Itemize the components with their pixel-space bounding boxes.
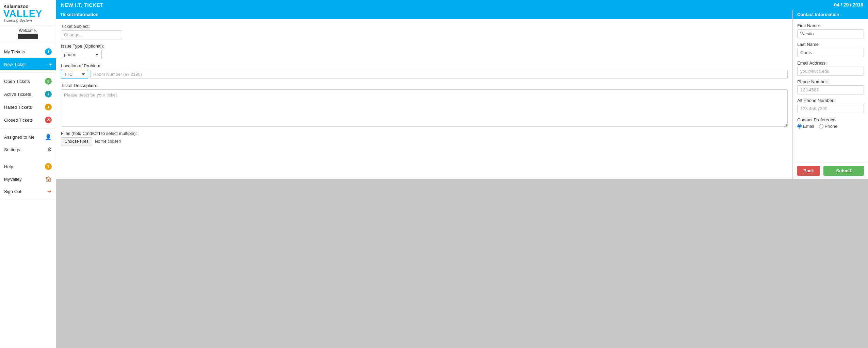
sidebar-item-myvalley[interactable]: MyValley 🏠 [0,173,56,185]
sidebar-item-halted-tickets[interactable]: Halted Tickets 1 [0,101,56,114]
ticket-section: Ticket Information Ticket Subject: Issue… [56,10,792,179]
back-button[interactable]: Back [797,166,820,176]
sidebar-item-sign-out[interactable]: Sign Out ➜ [0,185,56,197]
first-name-input[interactable] [797,29,864,38]
last-name-group: Last Name: [797,42,864,57]
alt-phone-input[interactable] [797,104,864,113]
pref-phone-radio[interactable] [819,124,823,128]
issue-type-row: phone hardware software network other [61,50,788,59]
last-name-label: Last Name: [797,42,864,47]
ticket-subject-group: Ticket Subject: [61,24,788,39]
sidebar-item-label: Closed Tickets [4,118,45,123]
logo-ticketing: Ticketing System [3,18,52,22]
welcome-label: Welcome, [3,28,52,33]
open-tickets-badge: 3 [45,78,52,85]
sidebar-item-label: Active Tickets [4,92,45,97]
welcome-bar [18,34,38,39]
halted-tickets-badge: 1 [45,104,52,110]
alt-phone-label: Alt Phone Number: [797,98,864,103]
content-area: Ticket Information Ticket Subject: Issue… [56,10,868,179]
assigned-icon: 👤 [45,134,52,140]
sidebar-item-label: Halted Tickets [4,105,45,110]
description-label: Ticket Description: [61,83,788,88]
sidebar-item-my-tickets[interactable]: My Tickets 1 [0,45,56,58]
ticket-subject-label: Ticket Subject: [61,24,788,29]
first-name-group: First Name: [797,23,864,38]
first-name-label: First Name: [797,23,864,28]
sidebar-item-label: Settings [4,147,47,152]
contact-preference-section: Contact Preference Email Phone [797,117,864,129]
sidebar-item-label: Open Tickets [4,79,45,84]
pref-phone-option[interactable]: Phone [819,124,838,129]
nav-section-3: Assigned to Me 👤 Settings ⚙ [0,129,56,158]
sidebar-item-label: MyValley [4,177,45,182]
last-name-input[interactable] [797,48,864,57]
contact-form-body: First Name: Last Name: Email Address: Ph… [793,19,868,133]
contact-pref-label: Contact Preference [797,117,864,122]
date-display: 04 / 29 / 2018 [829,0,868,10]
help-badge: ? [45,163,52,170]
sidebar-item-help[interactable]: Help ? [0,160,56,173]
welcome-area: Welcome, [0,25,56,43]
sidebar-item-closed-tickets[interactable]: Closed Tickets ✕ [0,114,56,126]
sidebar-item-assigned-to-me[interactable]: Assigned to Me 👤 [0,131,56,143]
pref-email-radio[interactable] [797,124,802,128]
issue-type-group: Issue Type (Optional): phone hardware so… [61,44,788,59]
file-row: Choose Files No file chosen [61,137,788,145]
pref-phone-label: Phone [825,124,838,129]
sign-out-icon: ➜ [47,188,52,194]
sidebar-item-active-tickets[interactable]: Active Tickets 7 [0,88,56,101]
phone-input[interactable] [797,85,864,94]
top-header: NEW I.T. TICKET 04 / 29 / 2018 [56,0,868,10]
choose-files-button[interactable]: Choose Files [61,137,92,145]
email-input[interactable] [797,67,864,76]
sidebar-item-new-ticket[interactable]: New Ticket + [0,58,56,70]
location-label: Location of Problem: [61,63,788,68]
myvalley-icon: 🏠 [45,176,52,182]
pref-email-option[interactable]: Email [797,124,814,129]
pref-email-label: Email [803,124,814,129]
main-content: NEW I.T. TICKET 04 / 29 / 2018 Ticket In… [56,0,868,348]
location-select[interactable]: TTC BTC KCC TEC OTHER [61,70,88,79]
files-group: Files (hold Cmd/Ctrl to select multiple)… [61,131,788,145]
nav-section-4: Help ? MyValley 🏠 Sign Out ➜ [0,158,56,200]
phone-label: Phone Number: [797,79,864,84]
submit-button[interactable]: Submit [823,166,864,176]
sidebar-item-label: Help [4,164,45,169]
nav-section-1: My Tickets 1 New Ticket + [0,43,56,73]
contact-section-header: Contact Information [793,10,868,19]
closed-tickets-badge: ✕ [45,117,52,123]
page-title: NEW I.T. TICKET [56,0,829,10]
contact-panel: Contact Information First Name: Last Nam… [793,10,868,179]
no-file-text: No file chosen [95,139,121,144]
nav-section-2: Open Tickets 3 Active Tickets 7 Halted T… [0,73,56,129]
ticket-subject-input[interactable] [61,30,122,39]
logo-area: Kalamazoo VALLEY Ticketing System [0,0,56,25]
description-textarea[interactable] [61,89,788,127]
contact-pref-radio-group: Email Phone [797,124,864,129]
room-number-input[interactable] [90,70,788,79]
issue-type-label: Issue Type (Optional): [61,44,788,49]
action-row: Back Submit [793,162,868,179]
sidebar-item-settings[interactable]: Settings ⚙ [0,143,56,156]
email-label: Email Address: [797,60,864,66]
alt-phone-group: Alt Phone Number: [797,98,864,113]
email-group: Email Address: [797,60,864,76]
new-ticket-icon: + [49,61,52,67]
issue-type-select[interactable]: phone hardware software network other [61,50,102,59]
logo-valley: VALLEY [3,9,52,18]
active-tickets-badge: 7 [45,91,52,98]
description-group: Ticket Description: [61,83,788,127]
sidebar-item-label: My Tickets [4,49,45,54]
phone-group: Phone Number: [797,79,864,94]
sidebar: Kalamazoo VALLEY Ticketing System Welcom… [0,0,56,348]
bottom-filler [56,179,868,348]
settings-icon: ⚙ [47,146,52,153]
sidebar-item-label: New Ticket [4,62,49,67]
ticket-section-header: Ticket Information [56,10,792,19]
location-row: TTC BTC KCC TEC OTHER [61,70,788,79]
sidebar-item-label: Assigned to Me [4,135,45,140]
ticket-form-body: Ticket Subject: Issue Type (Optional): p… [56,19,792,179]
my-tickets-badge: 1 [45,48,52,55]
sidebar-item-open-tickets[interactable]: Open Tickets 3 [0,75,56,88]
